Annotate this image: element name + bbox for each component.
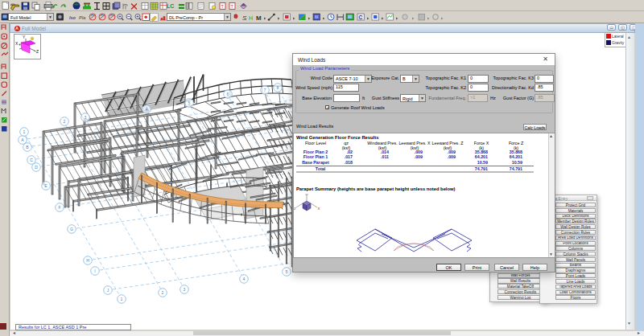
svg-text:6: 6 [227,92,229,96]
svg-text:5: 5 [286,269,288,274]
svg-text:.02: .02 [347,150,353,154]
svg-text:74.791: 74.791 [475,166,488,171]
svg-text:Y: Y [23,35,26,39]
svg-text:I: I [94,268,95,273]
svg-text:Z: Z [36,49,39,54]
svg-text:Floor Plan 1: Floor Plan 1 [303,154,328,159]
svg-text:.018: .018 [345,160,353,165]
svg-text:Total: Total [316,166,326,171]
svg-text:7: 7 [264,88,266,92]
svg-text:.017: .017 [345,154,353,159]
svg-text:C: C [359,14,363,20]
svg-text:64.201: 64.201 [510,154,522,159]
svg-text:X: X [318,207,320,211]
svg-text:H: H [249,15,253,21]
svg-text:C: C [30,158,33,162]
svg-text:.009: .009 [415,154,423,159]
svg-text:4: 4 [243,277,246,281]
svg-text:Z: Z [294,207,296,211]
svg-text:.014: .014 [381,150,389,154]
svg-text:4: 4 [146,107,148,112]
svg-text:3: 3 [184,287,186,292]
svg-text:S: S [242,14,247,22]
svg-text:D: D [35,165,38,170]
svg-text:35.868: 35.868 [510,150,522,154]
svg-text:.011: .011 [381,154,389,159]
svg-text:M: M [256,14,262,22]
svg-text:74.791: 74.791 [510,166,522,171]
svg-text:10.59: 10.59 [477,160,488,165]
svg-text:.009: .009 [415,150,423,154]
svg-text:.009: .009 [448,150,456,154]
svg-text:5: 5 [188,100,191,105]
svg-text:1: 1 [23,129,26,134]
svg-text:Floor Level: Floor Level [305,141,326,145]
svg-text:Iso: Iso [69,15,76,20]
svg-text:35.868: 35.868 [475,150,488,154]
svg-text:1: 1 [121,297,123,301]
svg-text:Base Parapet: Base Parapet [302,160,329,165]
svg-text:3: 3 [85,115,87,120]
svg-text:X: X [15,41,19,46]
svg-text:Parapet Summary (heights are b: Parapet Summary (heights are base parape… [296,186,456,191]
svg-text:LC: LC [167,3,174,9]
svg-text:.009: .009 [448,154,456,159]
svg-text:G: G [70,227,73,232]
svg-text:2: 2 [162,290,164,295]
svg-text:Floor Plan 2: Floor Plan 2 [303,150,328,154]
svg-text:Pla: Pla [79,15,85,20]
svg-text:H: H [86,258,89,263]
svg-text:F: F [58,205,60,210]
svg-text:Wind Generation Floor Force Re: Wind Generation Floor Force Results [296,135,378,140]
svg-text:64.201: 64.201 [475,154,488,159]
svg-text:2: 2 [64,119,66,124]
svg-text:10.59: 10.59 [512,160,522,165]
